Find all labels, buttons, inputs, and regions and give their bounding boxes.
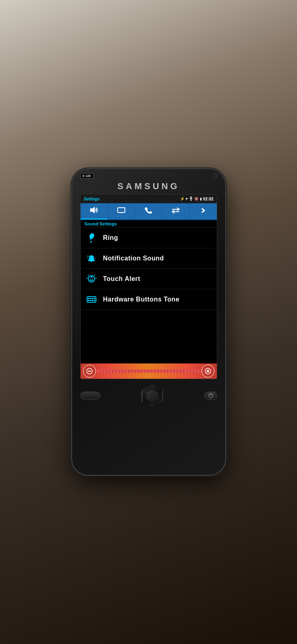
- sound-tab-icon: [89, 206, 98, 216]
- mute-icon: 🔇: [194, 197, 199, 201]
- tab-bar: [81, 203, 217, 220]
- touch-alert-label: Touch Alert: [103, 275, 141, 283]
- phone-bottom-buttons: [72, 379, 225, 411]
- tab-display[interactable]: [108, 203, 135, 219]
- screen-bottom-bar: [81, 363, 217, 379]
- more-tab-icon: [199, 207, 208, 216]
- menu-item-touch-alert[interactable]: Touch Alert: [81, 269, 217, 289]
- bottom-right-button[interactable]: [201, 365, 214, 378]
- section-label: Sound Settings: [81, 220, 217, 228]
- camera-dot: [212, 173, 217, 178]
- svg-rect-10: [87, 297, 96, 302]
- svg-marker-1: [90, 207, 95, 213]
- hardware-buttons-tone-label: Hardware Buttons Tone: [103, 296, 180, 303]
- svg-rect-13: [92, 298, 93, 299]
- notification-sound-icon: [85, 252, 98, 264]
- ring-label: Ring: [103, 234, 118, 242]
- status-time: 02:02: [203, 197, 214, 201]
- calls-tab-icon: [144, 206, 152, 217]
- svg-rect-17: [92, 300, 93, 301]
- tab-calls[interactable]: [135, 203, 162, 219]
- svg-rect-18: [94, 300, 95, 301]
- power-button[interactable]: [204, 392, 217, 400]
- antenna-icon: [189, 196, 193, 202]
- notification-sound-label: Notification Sound: [103, 255, 164, 262]
- svg-point-9: [91, 276, 92, 278]
- status-title: Settings: [84, 197, 100, 201]
- svg-rect-16: [90, 300, 91, 301]
- menu-item-notification-sound[interactable]: Notification Sound: [81, 248, 217, 269]
- battery-icon: ▮: [200, 197, 202, 201]
- status-bar: Settings ⚡ ♥ 🔇 ▮ 02:02: [81, 194, 217, 203]
- left-soft-button[interactable]: [80, 392, 100, 400]
- bottom-left-button[interactable]: [83, 365, 96, 378]
- home-button[interactable]: [141, 385, 163, 407]
- signal-bars-icon: ♥: [186, 197, 188, 201]
- touch-alert-icon: [85, 273, 98, 285]
- ring-icon: [85, 232, 98, 244]
- svg-rect-2: [118, 208, 125, 213]
- menu-list: Ring Notification Sound: [81, 228, 217, 363]
- home-button-inner: [146, 390, 158, 402]
- bluetooth-icon: ⚡: [180, 197, 185, 201]
- menu-item-hardware-buttons-tone[interactable]: Hardware Buttons Tone: [81, 289, 217, 310]
- svg-rect-15: [88, 300, 89, 301]
- storage-badge: 8 GB: [80, 173, 93, 179]
- menu-item-ring[interactable]: Ring: [81, 228, 217, 248]
- tab-sound[interactable]: [81, 203, 108, 219]
- tab-more[interactable]: [190, 203, 217, 219]
- phone-device: 8 GB SAMSUNG Settings ⚡ ♥ 🔇: [72, 169, 225, 475]
- display-tab-icon: [117, 207, 126, 216]
- tab-connections[interactable]: [162, 203, 190, 219]
- svg-point-7: [90, 241, 92, 243]
- svg-rect-12: [90, 298, 91, 299]
- connections-tab-icon: [171, 207, 180, 216]
- bottom-bar-line: [98, 369, 200, 373]
- phone-top-area: 8 GB: [72, 169, 225, 180]
- svg-rect-14: [94, 298, 95, 299]
- status-icons: ⚡ ♥ 🔇 ▮ 02:02: [180, 196, 214, 202]
- hardware-buttons-tone-icon: [85, 293, 98, 305]
- brand-name: SAMSUNG: [117, 180, 179, 194]
- phone-screen: Settings ⚡ ♥ 🔇 ▮ 02:02: [80, 194, 217, 379]
- svg-rect-11: [88, 298, 89, 299]
